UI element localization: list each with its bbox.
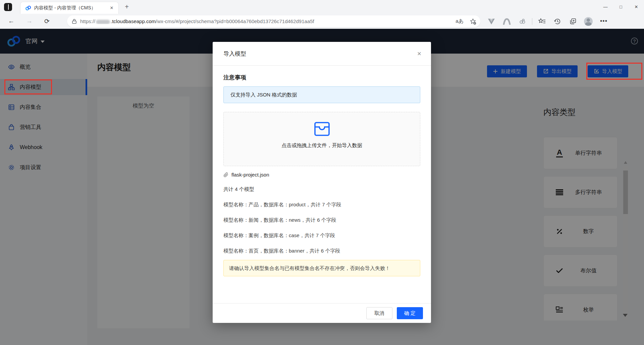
url-path: /wx-cms/#/project/schema?pid=b00064a760e… xyxy=(156,18,314,24)
browser-menu-icon[interactable]: ••• xyxy=(599,17,608,26)
mountain-extension-icon[interactable] xyxy=(502,17,511,26)
file-name: flask-project.json xyxy=(231,172,269,178)
upload-dropzone[interactable]: 点击或拖拽上传文件，开始导入数据 xyxy=(223,112,420,166)
add-favorite-icon[interactable] xyxy=(470,18,476,25)
maximize-button[interactable]: □ xyxy=(613,0,629,14)
browser-chrome: 内容模型 - 内容管理（CMS） ✕ + — □ ✕ ← → ⟳ https:/… xyxy=(0,0,644,29)
tab-actions-icon[interactable] xyxy=(4,3,12,11)
back-button[interactable]: ← xyxy=(8,17,14,25)
tab-bar: 内容模型 - 内容管理（CMS） ✕ + — □ ✕ xyxy=(0,0,644,14)
new-tab-button[interactable]: + xyxy=(123,3,131,11)
toolbar-divider xyxy=(532,18,532,25)
extensions-area: ••• xyxy=(484,14,611,29)
confirm-button[interactable]: 确定 xyxy=(397,307,423,319)
url-text: https://.tcloudbaseapp.com/wx-cms/#/proj… xyxy=(80,18,455,24)
window-controls: — □ ✕ xyxy=(598,0,644,14)
paperclip-icon xyxy=(223,172,228,178)
upload-hint-text: 点击或拖拽上传文件，开始导入数据 xyxy=(224,142,420,149)
url-protocol: https:// xyxy=(80,18,95,24)
uploaded-file-item[interactable]: flask-project.json xyxy=(223,172,420,178)
annotation-box-sidebar-content-model xyxy=(4,79,52,94)
cms-app: 官网 ? 概览 内容模型 内容集合 营销工具 xyxy=(0,29,644,345)
info-text: 仅支持导入 JSON 格式的数据 xyxy=(230,92,297,98)
model-line: 模型名称：首页，数据库名：banner，共计 6 个字段 xyxy=(223,248,420,254)
address-bar: ← → ⟳ https://.tcloudbaseapp.com/wx-cms/… xyxy=(0,14,644,29)
vue-devtools-icon[interactable] xyxy=(487,17,496,26)
dialog-header: 导入模型 ✕ xyxy=(213,42,431,66)
url-field[interactable]: https://.tcloudbaseapp.com/wx-cms/#/proj… xyxy=(67,15,480,27)
dialog-body: 注意事项 仅支持导入 JSON 格式的数据 点击或拖拽上传文件，开始导入数据 f… xyxy=(213,66,431,276)
screenshot-root: 内容模型 - 内容管理（CMS） ✕ + — □ ✕ ← → ⟳ https:/… xyxy=(0,0,644,345)
dialog-footer: 取消 确定 xyxy=(213,303,431,323)
translate-icon[interactable]: aあ xyxy=(455,18,464,24)
refresh-button[interactable]: ⟳ xyxy=(44,17,50,25)
rings-extension-icon[interactable] xyxy=(518,17,527,26)
forward-button[interactable]: → xyxy=(26,17,33,25)
dialog-title: 导入模型 xyxy=(223,50,416,58)
inbox-upload-icon xyxy=(224,122,420,138)
info-banner: 仅支持导入 JSON 格式的数据 xyxy=(223,86,420,103)
warning-banner: 请确认导入模型集合名与已有模型集合名不存在冲突，否则会导入失败！ xyxy=(223,260,420,276)
model-line: 模型名称：产品，数据库名：product，共计 7 个字段 xyxy=(223,202,420,208)
annotation-box-import-button xyxy=(586,63,642,80)
model-count-summary: 共计 4 个模型 xyxy=(223,186,420,193)
url-redacted-segment xyxy=(96,20,110,24)
notice-heading: 注意事项 xyxy=(223,74,420,81)
tab-close-icon[interactable]: ✕ xyxy=(108,5,115,10)
collections-icon[interactable] xyxy=(569,17,577,26)
minimize-button[interactable]: — xyxy=(598,0,613,14)
model-line: 模型名称：新闻，数据库名：news，共计 6 个字段 xyxy=(223,217,420,223)
close-icon[interactable]: ✕ xyxy=(416,51,423,57)
favorites-bar-icon[interactable] xyxy=(538,17,546,26)
browser-tab[interactable]: 内容模型 - 内容管理（CMS） ✕ xyxy=(20,2,119,14)
tab-title: 内容模型 - 内容管理（CMS） xyxy=(34,5,108,11)
cloudbase-favicon xyxy=(25,5,31,11)
history-icon[interactable] xyxy=(553,17,562,26)
profile-avatar[interactable] xyxy=(584,17,593,26)
cancel-button[interactable]: 取消 xyxy=(366,307,392,319)
close-button[interactable]: ✕ xyxy=(629,0,644,14)
lock-icon xyxy=(72,18,77,24)
model-line: 模型名称：案例，数据库名：case，共计 7 个字段 xyxy=(223,232,420,239)
import-model-dialog: 导入模型 ✕ 注意事项 仅支持导入 JSON 格式的数据 点击或拖拽上传文件，开… xyxy=(213,42,431,323)
url-domain: .tcloudbaseapp.com xyxy=(111,18,156,24)
